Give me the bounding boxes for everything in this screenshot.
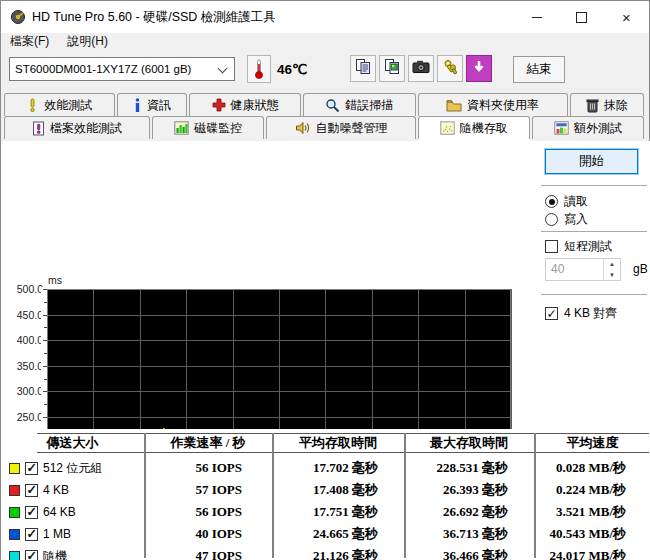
tab-label: 檔案效能測試 — [50, 120, 122, 137]
trash-icon — [586, 98, 599, 113]
tab-label: 抹除 — [604, 97, 628, 114]
separator — [541, 231, 647, 232]
tab-info[interactable]: 資訊 — [117, 93, 188, 116]
read-radio[interactable]: 讀取 — [545, 193, 588, 210]
write-radio-label: 寫入 — [564, 211, 588, 228]
minimize-button[interactable] — [514, 1, 559, 33]
file-exclaim-icon — [32, 121, 45, 136]
checkbox-icon[interactable] — [545, 240, 558, 253]
y-tick-label: 500.0 — [3, 283, 43, 295]
tab-label: 資訊 — [147, 97, 171, 114]
checkbox-icon[interactable] — [25, 506, 38, 519]
down-arrow-icon — [471, 59, 487, 79]
tab-random[interactable]: 隨機存取 — [418, 116, 530, 139]
short-test-checkbox[interactable]: 短程測試 — [545, 238, 612, 255]
checkbox-icon[interactable] — [545, 307, 558, 320]
menu-item-1[interactable]: 說明(H) — [58, 33, 117, 50]
cell-speed: 0.224 MB/秒 — [534, 481, 650, 499]
tab-file-exclaim[interactable]: 檔案效能測試 — [4, 116, 150, 139]
tab-label: 額外測試 — [574, 120, 622, 137]
series-label: 4 KB — [43, 483, 69, 497]
tab-label: 效能測試 — [44, 97, 92, 114]
radio-icon[interactable] — [545, 213, 558, 226]
temperature-button[interactable] — [247, 55, 271, 83]
tab-strip: 效能測試資訊健康狀態錯誤掃描資料夾使用率抹除 檔案效能測試磁碟監控自動噪聲管理隨… — [1, 93, 649, 141]
tab-label: 隨機存取 — [460, 120, 508, 137]
tab-health[interactable]: 健康狀態 — [189, 93, 301, 116]
y-tick-label: 300.0 — [3, 385, 43, 397]
cell-iops: 57 IOPS — [144, 482, 272, 498]
tab-label: 磁碟監控 — [194, 120, 242, 137]
tab-label: 自動噪聲管理 — [316, 120, 388, 137]
save-results-button[interactable] — [466, 55, 492, 82]
cell-avg: 17.751 毫秒 — [272, 503, 404, 521]
cell-speed: 0.028 MB/秒 — [534, 459, 650, 477]
radio-icon[interactable] — [545, 195, 558, 208]
table-header: 平均速度 — [534, 434, 650, 452]
tab-extra[interactable]: 額外測試 — [532, 116, 644, 139]
series-toggle[interactable]: 1 MB — [1, 527, 144, 541]
table-line — [37, 452, 649, 453]
tab-label: 資料夾使用率 — [467, 97, 539, 114]
folder-icon — [446, 99, 462, 112]
series-toggle[interactable]: 64 KB — [1, 505, 144, 519]
align-checkbox-label: 4 KB 對齊 — [564, 305, 617, 322]
copy-text-button[interactable] — [350, 55, 376, 82]
y-tick-label: 250.0 — [3, 411, 43, 423]
series-toggle[interactable]: 512 位元組 — [1, 460, 144, 477]
chevron-down-icon — [218, 65, 227, 74]
screenshot-button[interactable] — [408, 55, 434, 82]
cell-avg: 17.408 毫秒 — [272, 481, 404, 499]
menu-item-0[interactable]: 檔案(F) — [1, 33, 58, 50]
drive-select-dropdown[interactable]: ST6000DM001-1XY17Z (6001 gB) — [9, 57, 235, 81]
spinner-down-button[interactable]: ▼ — [604, 270, 620, 281]
test-control-panel: 開始 讀取 寫入 短程測試 40 ▲ ▼ gB 4 KB 對齊 — [539, 141, 650, 441]
series-toggle[interactable]: 4 KB — [1, 483, 144, 497]
table-row: 4 KB57 IOPS17.408 毫秒26.393 毫秒0.224 MB/秒 — [1, 479, 650, 501]
random-icon — [440, 121, 455, 135]
bars-icon — [174, 121, 189, 135]
cell-speed: 3.521 MB/秒 — [534, 503, 650, 521]
spinner-up-button[interactable]: ▲ — [604, 259, 620, 270]
keys-icon — [442, 58, 459, 79]
cell-iops: 40 IOPS — [144, 526, 272, 542]
cell-iops: 47 IOPS — [144, 548, 272, 560]
maximize-button[interactable] — [559, 1, 604, 33]
checkbox-icon[interactable] — [25, 550, 38, 560]
checkbox-icon[interactable] — [25, 462, 38, 475]
series-toggle[interactable]: 隨機 — [1, 548, 144, 560]
tab-folder[interactable]: 資料夾使用率 — [418, 93, 568, 116]
tab-scan[interactable]: 錯誤掃描 — [303, 93, 416, 116]
cell-avg: 24.665 毫秒 — [272, 525, 404, 543]
app-window: HD Tune Pro 5.60 - 硬碟/SSD 檢測維護工具 × 檔案(F)… — [0, 0, 650, 560]
table-header-row: 傳送大小作業速率 / 秒平均存取時間最大存取時間平均速度 — [1, 434, 650, 452]
keys-button[interactable] — [437, 55, 463, 82]
tab-speaker[interactable]: 自動噪聲管理 — [266, 116, 415, 139]
tab-label: 健康狀態 — [231, 97, 279, 114]
cell-avg: 21.126 毫秒 — [272, 547, 404, 560]
close-button[interactable]: × — [604, 1, 649, 33]
series-label: 隨機 — [43, 548, 67, 560]
series-color-swatch — [9, 507, 20, 518]
copy-image-button[interactable] — [379, 55, 405, 82]
test-size-spinner[interactable]: 40 ▲ ▼ — [545, 258, 621, 281]
align-checkbox[interactable]: 4 KB 對齊 — [545, 305, 617, 322]
write-radio[interactable]: 寫入 — [545, 211, 588, 228]
cell-iops: 56 IOPS — [144, 460, 272, 476]
tab-bars[interactable]: 磁碟監控 — [152, 116, 264, 139]
table-row: 512 位元組56 IOPS17.702 毫秒228.531 毫秒0.028 M… — [1, 457, 650, 479]
exit-button[interactable]: 結束 — [513, 56, 565, 83]
start-button[interactable]: 開始 — [545, 149, 638, 174]
checkbox-icon[interactable] — [25, 484, 38, 497]
separator — [541, 185, 647, 186]
toolbar: ST6000DM001-1XY17Z (6001 gB) 46℃ 結束 — [1, 50, 649, 93]
exclaim-icon — [26, 98, 39, 112]
cell-max: 36.466 毫秒 — [404, 547, 534, 560]
copy-image-icon — [384, 58, 401, 79]
table-header: 作業速率 / 秒 — [144, 434, 272, 452]
tab-trash[interactable]: 抹除 — [570, 93, 645, 116]
tab-exclaim[interactable]: 效能測試 — [4, 93, 115, 116]
checkbox-icon[interactable] — [25, 528, 38, 541]
app-icon — [10, 9, 26, 25]
test-size-value[interactable]: 40 — [546, 259, 603, 280]
